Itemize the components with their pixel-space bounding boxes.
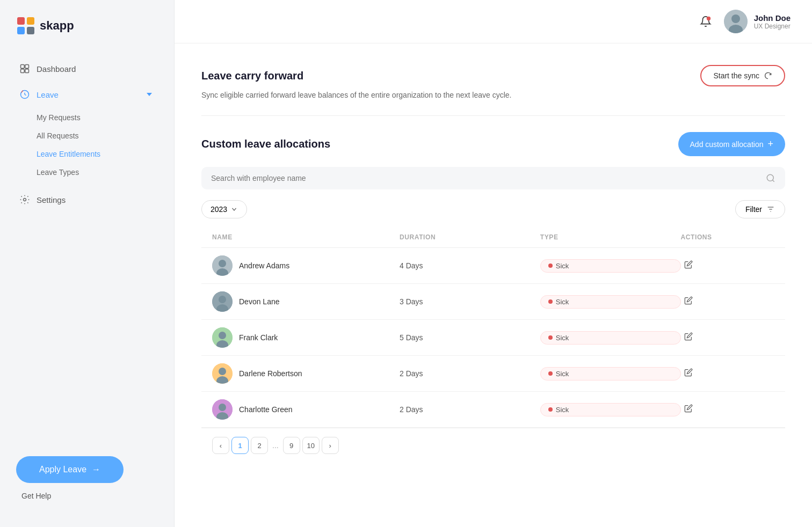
year-selector[interactable]: 2023 <box>201 200 247 218</box>
emp-name: Darlene Robertson <box>239 369 302 378</box>
pagination: ‹ 1 2 ... 9 10 › <box>201 428 785 463</box>
arrow-right-icon: → <box>92 465 100 474</box>
edit-button[interactable] <box>681 257 696 274</box>
start-sync-button[interactable]: Start the sync <box>700 65 785 86</box>
svg-point-16 <box>767 174 773 181</box>
search-icon <box>766 173 775 183</box>
sidebar-item-dashboard[interactable]: Dashboard <box>11 57 163 80</box>
emp-type-cell: Sick <box>540 295 681 309</box>
sidebar-item-leave-types[interactable]: Leave Types <box>28 163 163 181</box>
emp-avatar-img <box>212 255 233 276</box>
employee-cell: Andrew Adams <box>212 255 400 276</box>
emp-avatar-img <box>212 291 233 312</box>
chevron-down-icon <box>144 89 155 100</box>
get-help-link[interactable]: Get Help <box>16 492 51 500</box>
sick-dot <box>548 299 553 304</box>
emp-name: Andrew Adams <box>239 261 289 270</box>
employee-cell: Frank Clark <box>212 327 400 348</box>
type-badge: Sick <box>540 259 681 273</box>
sick-dot <box>548 335 553 340</box>
svg-point-28 <box>219 332 226 339</box>
svg-rect-5 <box>25 65 29 69</box>
page-10-button[interactable]: 10 <box>302 437 320 454</box>
emp-avatar <box>212 399 233 420</box>
edit-icon <box>684 296 693 305</box>
apply-leave-button[interactable]: Apply Leave → <box>16 456 124 483</box>
user-details: John Doe UX Designer <box>754 13 791 30</box>
emp-avatar <box>212 327 233 348</box>
col-name: NAME <box>212 233 400 241</box>
page-next-button[interactable]: › <box>322 437 339 454</box>
sidebar-item-leave-entitlements[interactable]: Leave Entitlements <box>28 145 163 163</box>
svg-point-14 <box>731 14 740 23</box>
emp-avatar <box>212 291 233 312</box>
sync-icon <box>764 71 772 80</box>
sick-dot <box>548 407 553 412</box>
svg-rect-0 <box>17 17 25 25</box>
avatar <box>724 10 748 33</box>
edit-icon <box>684 332 693 341</box>
svg-rect-6 <box>21 69 25 73</box>
emp-duration: 4 Days <box>400 261 540 270</box>
edit-icon <box>684 260 693 269</box>
emp-avatar <box>212 363 233 384</box>
sidebar-item-settings[interactable]: Settings <box>11 188 163 211</box>
nav-section: Dashboard Leave My Requests All Requests… <box>0 57 174 445</box>
edit-button[interactable] <box>681 293 696 310</box>
emp-name: Frank Clark <box>239 333 278 342</box>
edit-button[interactable] <box>681 401 696 418</box>
logo: skapp <box>0 16 174 57</box>
allocations-header-row: Custom leave allocations Add custom allo… <box>201 132 785 156</box>
edit-icon <box>684 368 693 377</box>
filter-button[interactable]: Filter <box>735 200 785 218</box>
emp-avatar-img <box>212 399 233 420</box>
svg-rect-3 <box>27 27 34 34</box>
emp-actions-cell <box>681 257 775 274</box>
carry-forward-left: Leave carry forward <box>201 70 303 82</box>
svg-line-10 <box>25 94 26 96</box>
allocations-table: NAME DURATION TYPE ACTIONS Andrew Adams … <box>201 227 785 463</box>
carry-forward-title: Leave carry forward <box>201 70 303 82</box>
allocations-title: Custom leave allocations <box>201 138 330 150</box>
svg-point-25 <box>219 296 226 303</box>
sidebar-item-settings-label: Settings <box>37 195 66 204</box>
page-1-button[interactable]: 1 <box>231 437 249 454</box>
sub-nav: My Requests All Requests Leave Entitleme… <box>28 108 163 181</box>
sidebar-item-all-requests[interactable]: All Requests <box>28 127 163 145</box>
page-2-button[interactable]: 2 <box>251 437 268 454</box>
page-9-button[interactable]: 9 <box>283 437 300 454</box>
col-duration: DURATION <box>400 233 540 241</box>
search-input[interactable] <box>211 174 759 182</box>
table-body: Andrew Adams 4 Days Sick <box>201 248 785 428</box>
user-role: UX Designer <box>754 23 791 30</box>
emp-actions-cell <box>681 329 775 346</box>
col-type: TYPE <box>540 233 681 241</box>
svg-rect-4 <box>21 65 25 69</box>
emp-avatar-img <box>212 327 233 348</box>
sick-dot <box>548 264 553 268</box>
carry-forward-section: Leave carry forward Start the sync <box>201 65 785 86</box>
avatar-image <box>724 10 748 33</box>
leave-icon <box>19 89 30 100</box>
plus-icon: + <box>767 138 773 150</box>
filter-icon <box>766 205 775 214</box>
table-row: Andrew Adams 4 Days Sick <box>201 248 785 284</box>
edit-button[interactable] <box>681 365 696 382</box>
sidebar-item-my-requests[interactable]: My Requests <box>28 108 163 127</box>
header: John Doe UX Designer <box>175 0 812 43</box>
sidebar-item-dashboard-label: Dashboard <box>37 64 76 74</box>
logo-text: skapp <box>40 19 74 33</box>
edit-button[interactable] <box>681 329 696 346</box>
add-allocation-button[interactable]: Add custom allocation + <box>678 132 785 156</box>
svg-point-12 <box>706 17 710 20</box>
notification-bell[interactable] <box>696 12 715 31</box>
filter-row: 2023 Filter <box>201 200 785 218</box>
emp-duration: 2 Days <box>400 405 540 414</box>
emp-duration: 3 Days <box>400 297 540 306</box>
sick-dot <box>548 371 553 376</box>
employee-cell: Charlotte Green <box>212 399 400 420</box>
carry-forward-desc: Sync eligible carried forward leave bala… <box>201 91 785 99</box>
page-prev-button[interactable]: ‹ <box>212 437 229 454</box>
sidebar-item-leave[interactable]: Leave <box>11 83 163 106</box>
user-info: John Doe UX Designer <box>724 10 791 33</box>
